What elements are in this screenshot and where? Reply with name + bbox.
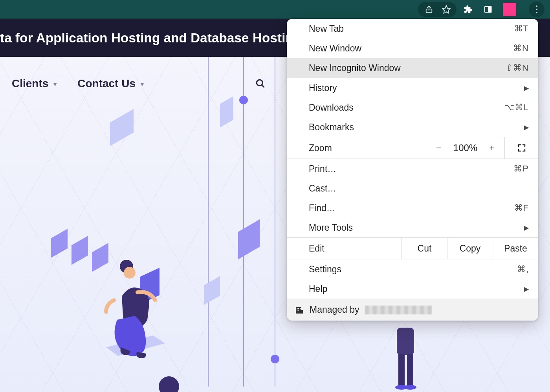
chrome-context-menu: New Tab ⌘T New Window ⌘N New Incognito W… <box>287 19 538 321</box>
svg-point-12 <box>124 267 136 279</box>
menu-shortcut: ⌘F <box>514 203 529 213</box>
illustration-person <box>381 320 436 392</box>
chevron-down-icon: ▼ <box>139 81 145 88</box>
zoom-out-button[interactable]: − <box>433 142 445 153</box>
menu-item-more-tools[interactable]: More Tools ▶ <box>287 218 538 237</box>
panel-icon[interactable] <box>483 5 493 14</box>
menu-label: Zoom <box>287 137 426 159</box>
svg-rect-24 <box>300 308 301 309</box>
illustration-lines <box>196 57 299 387</box>
chevron-right-icon: ▶ <box>524 285 529 293</box>
browser-chrome-bar <box>0 0 550 19</box>
menu-shortcut: ⇧⌘N <box>506 63 529 73</box>
svg-point-7 <box>239 96 248 104</box>
svg-rect-25 <box>297 310 298 311</box>
menu-shortcut: ⌘P <box>513 164 529 174</box>
svg-point-16 <box>395 385 408 390</box>
svg-rect-14 <box>398 354 405 386</box>
edit-paste-button[interactable]: Paste <box>493 238 538 259</box>
svg-rect-15 <box>407 354 413 386</box>
nav-item-clients[interactable]: Clients ▼ <box>12 77 58 90</box>
search-button[interactable] <box>253 76 268 91</box>
menu-shortcut: ⌥⌘L <box>504 102 529 113</box>
menu-item-settings[interactable]: Settings ⌘, <box>287 259 538 279</box>
menu-label: Downloads <box>309 102 354 113</box>
managed-by-org-redacted <box>365 306 432 314</box>
svg-rect-22 <box>297 308 298 309</box>
menu-item-history[interactable]: History ▶ <box>287 78 538 98</box>
search-icon <box>255 78 266 89</box>
illustration-shape <box>92 243 108 272</box>
menu-item-new-incognito[interactable]: New Incognito Window ⇧⌘N <box>287 58 538 78</box>
menu-label: Cast… <box>309 183 336 194</box>
chevron-down-icon: ▼ <box>52 81 58 88</box>
star-icon[interactable] <box>442 5 451 14</box>
menu-label: Settings <box>309 264 341 275</box>
extension-icon[interactable] <box>464 5 473 14</box>
menu-label: New Incognito Window <box>309 63 401 73</box>
edit-copy-button[interactable]: Copy <box>447 238 493 259</box>
menu-item-print[interactable]: Print… ⌘P <box>287 159 538 179</box>
zoom-controls: − 100% + <box>426 137 504 159</box>
edit-cut-button[interactable]: Cut <box>402 238 447 259</box>
svg-line-20 <box>262 85 264 87</box>
chevron-right-icon: ▶ <box>524 224 529 232</box>
menu-label: Help <box>309 284 327 294</box>
illustration-shape <box>220 96 233 128</box>
menu-item-find[interactable]: Find… ⌘F <box>287 198 538 218</box>
share-icon[interactable] <box>424 5 434 14</box>
menu-shortcut: ⌘, <box>517 264 529 274</box>
menu-item-new-window[interactable]: New Window ⌘N <box>287 38 538 58</box>
illustration-person <box>98 253 185 363</box>
menu-item-help[interactable]: Help ▶ <box>287 279 538 299</box>
svg-rect-28 <box>300 310 303 314</box>
menu-edit-row: Edit Cut Copy Paste <box>287 237 538 259</box>
nav-item-contact[interactable]: Contact Us ▼ <box>77 77 145 90</box>
svg-point-17 <box>404 385 416 390</box>
address-bar-pill <box>418 2 456 17</box>
svg-rect-3 <box>488 6 491 12</box>
profile-avatar[interactable] <box>503 3 516 16</box>
illustration-shape <box>204 276 220 304</box>
svg-marker-1 <box>442 5 450 13</box>
svg-point-18 <box>159 376 179 392</box>
menu-shortcut: ⌘N <box>513 43 529 53</box>
svg-rect-23 <box>298 308 299 309</box>
fullscreen-icon <box>517 143 526 153</box>
menu-label: New Tab <box>309 24 344 34</box>
building-icon <box>295 305 304 315</box>
svg-rect-13 <box>397 328 414 355</box>
menu-label: Find… <box>309 203 336 213</box>
menu-label: Edit <box>287 238 402 259</box>
menu-label: New Window <box>309 43 361 54</box>
menu-item-cast[interactable]: Cast… <box>287 179 538 198</box>
banner-title: ta for Application Hosting and Database … <box>0 31 301 46</box>
svg-marker-9 <box>106 335 165 356</box>
managed-by-label: Managed by <box>310 304 359 315</box>
menu-label: Bookmarks <box>309 122 354 133</box>
zoom-in-button[interactable]: + <box>486 142 498 153</box>
nav-label: Clients <box>12 77 48 90</box>
illustration-shape <box>51 229 68 258</box>
svg-point-11 <box>120 260 133 273</box>
illustration-shape <box>72 236 88 265</box>
menu-item-new-tab[interactable]: New Tab ⌘T <box>287 19 538 38</box>
menu-label: More Tools <box>309 222 353 233</box>
svg-rect-10 <box>140 268 160 304</box>
menu-label: History <box>309 83 337 93</box>
menu-item-bookmarks[interactable]: Bookmarks ▶ <box>287 117 538 137</box>
chevron-right-icon: ▶ <box>524 124 529 131</box>
svg-point-8 <box>271 355 279 363</box>
illustration-head <box>153 371 185 392</box>
menu-shortcut: ⌘T <box>514 24 529 34</box>
illustration-shape <box>238 219 260 259</box>
menu-item-downloads[interactable]: Downloads ⌥⌘L <box>287 98 538 117</box>
menu-label: Print… <box>309 164 336 174</box>
svg-rect-26 <box>298 310 299 311</box>
menu-managed-by[interactable]: Managed by <box>287 299 538 321</box>
chrome-toolbar-icons <box>464 2 544 17</box>
browser-menu-button[interactable] <box>529 2 544 17</box>
illustration-shape <box>110 109 134 146</box>
chevron-right-icon: ▶ <box>524 84 529 92</box>
fullscreen-button[interactable] <box>504 137 538 159</box>
